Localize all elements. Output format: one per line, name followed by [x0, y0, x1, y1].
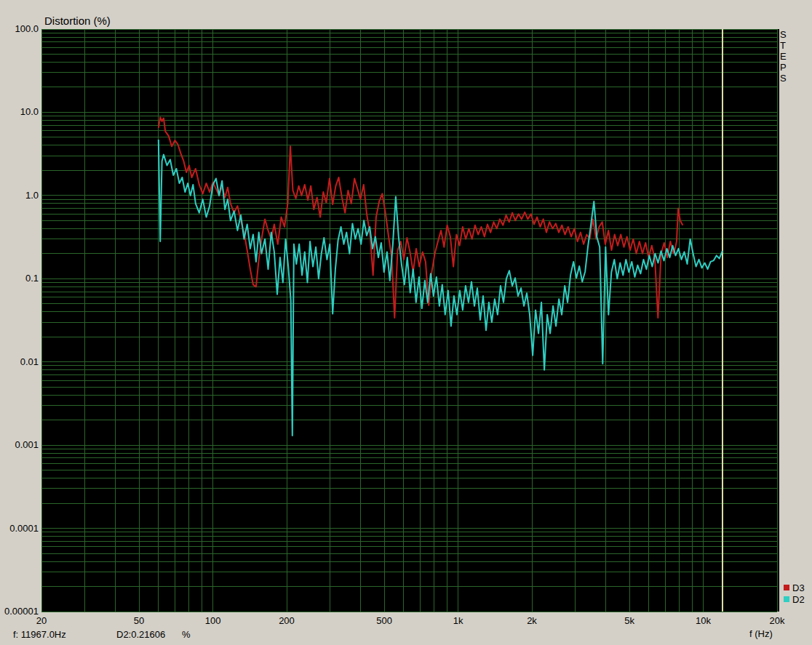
d2-color-swatch — [784, 596, 789, 602]
y-tick-label: 0.001 — [15, 439, 39, 450]
legend-item-d3: D3 — [784, 582, 805, 593]
y-tick-label: 0.0001 — [9, 523, 39, 534]
y-tick-label: 0.00001 — [4, 606, 39, 617]
x-tick-label: 20 — [36, 615, 47, 626]
steps-window: Distortion (%) 20501002005001k2k5k10k20k… — [0, 0, 812, 645]
y-tick-label: 10.0 — [20, 106, 39, 117]
x-axis-title: f (Hz) — [749, 628, 773, 639]
y-tick-label: 100.0 — [15, 23, 39, 34]
x-tick-label: 50 — [134, 615, 144, 626]
legend-item-d2: D2 — [784, 593, 805, 605]
y-tick-label: 0.01 — [20, 356, 39, 367]
x-tick-label: 1k — [453, 615, 463, 626]
x-tick-label: 2k — [527, 615, 537, 626]
d3-color-swatch — [784, 585, 789, 590]
legend: D3 D2 — [784, 582, 805, 605]
d2-legend-label: D2 — [792, 594, 805, 605]
d3-legend-label: D3 — [792, 582, 805, 593]
y-tick-label: 0.1 — [25, 273, 39, 284]
x-tick-label: 5k — [624, 615, 634, 626]
x-tick-label: 20k — [770, 615, 785, 626]
y-tick-label: 1.0 — [25, 190, 39, 201]
x-tick-label: 200 — [279, 615, 295, 626]
steps-vertical-label: S T E P S — [780, 29, 792, 84]
status-cursor-value: D2:0.21606 — [116, 629, 165, 640]
status-unit: % — [182, 629, 191, 640]
distortion-plot[interactable]: 20501002005001k2k5k10k20k100.010.01.00.1… — [0, 0, 812, 645]
x-tick-label: 10k — [696, 615, 711, 626]
x-tick-label: 500 — [376, 615, 392, 626]
status-cursor-frequency: f: 11967.0Hz — [13, 629, 66, 640]
x-tick-label: 100 — [205, 615, 221, 626]
